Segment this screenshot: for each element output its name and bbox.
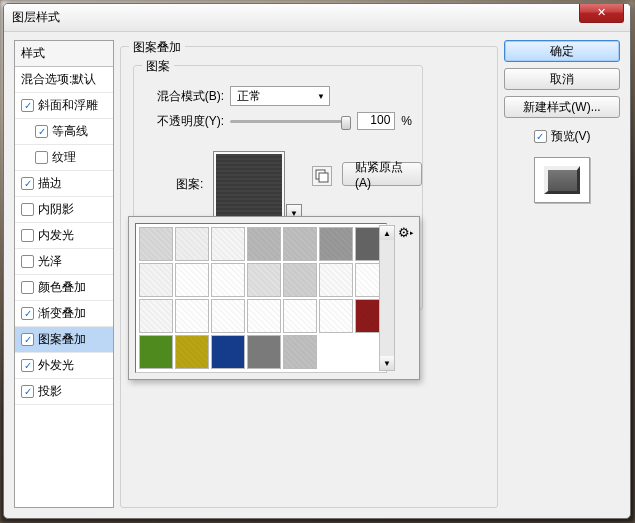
pattern-swatch[interactable]: [247, 335, 281, 369]
group-pattern-overlay: 图案叠加 图案 混合模式(B): 正常 ▼ 不透明度(Y):: [120, 46, 498, 508]
style-list: 样式 混合选项:默认斜面和浮雕等高线纹理描边内阴影内发光光泽颜色叠加渐变叠加图案…: [14, 40, 114, 508]
main-panel: 图案叠加 图案 混合模式(B): 正常 ▼ 不透明度(Y):: [120, 40, 498, 508]
pattern-swatch[interactable]: [283, 335, 317, 369]
pattern-swatch[interactable]: [283, 299, 317, 333]
style-row[interactable]: 投影: [15, 379, 113, 405]
style-row[interactable]: 图案叠加: [15, 327, 113, 353]
new-style-button[interactable]: 新建样式(W)...: [504, 96, 620, 118]
scroll-up-arrow-icon[interactable]: ▲: [380, 226, 394, 240]
style-checkbox[interactable]: [21, 177, 34, 190]
opacity-input[interactable]: 100: [357, 112, 395, 130]
style-checkbox[interactable]: [21, 359, 34, 372]
preview-checkbox-row[interactable]: 预览(V): [504, 128, 620, 145]
layer-style-dialog: 图层样式 ✕ 样式 混合选项:默认斜面和浮雕等高线纹理描边内阴影内发光光泽颜色叠…: [3, 3, 631, 519]
group-pattern: 图案 混合模式(B): 正常 ▼ 不透明度(Y):: [133, 65, 423, 310]
style-row[interactable]: 纹理: [15, 145, 113, 171]
style-checkbox[interactable]: [21, 385, 34, 398]
style-checkbox[interactable]: [21, 281, 34, 294]
right-buttons: 确定 取消 新建样式(W)... 预览(V): [504, 40, 620, 508]
cancel-button[interactable]: 取消: [504, 68, 620, 90]
style-row[interactable]: 混合选项:默认: [15, 67, 113, 93]
style-checkbox[interactable]: [21, 229, 34, 242]
style-row[interactable]: 等高线: [15, 119, 113, 145]
style-row-label: 投影: [38, 383, 62, 400]
new-preset-icon: [315, 169, 329, 183]
pattern-swatch[interactable]: [139, 227, 173, 261]
opacity-slider[interactable]: [230, 113, 351, 129]
style-row-label: 混合选项:默认: [21, 71, 96, 88]
pattern-swatch[interactable]: [139, 263, 173, 297]
style-checkbox[interactable]: [21, 333, 34, 346]
pattern-swatch[interactable]: [175, 263, 209, 297]
pattern-swatch[interactable]: [283, 227, 317, 261]
style-row-label: 外发光: [38, 357, 74, 374]
titlebar: 图层样式 ✕: [4, 4, 630, 32]
pattern-swatch[interactable]: [139, 299, 173, 333]
new-style-label: 新建样式(W)...: [523, 99, 600, 116]
pattern-swatch[interactable]: [211, 299, 245, 333]
pattern-swatch[interactable]: [319, 263, 353, 297]
style-row[interactable]: 渐变叠加: [15, 301, 113, 327]
pattern-swatch[interactable]: [175, 299, 209, 333]
style-row[interactable]: 描边: [15, 171, 113, 197]
preview-thumbnail: [534, 157, 590, 203]
pattern-swatch[interactable]: [175, 335, 209, 369]
preview-checkbox[interactable]: [534, 130, 547, 143]
pattern-label: 图案:: [176, 176, 203, 193]
picker-scrollbar[interactable]: ▲ ▼: [379, 225, 395, 371]
style-row[interactable]: 内阴影: [15, 197, 113, 223]
pattern-swatch[interactable]: [211, 335, 245, 369]
style-row-label: 描边: [38, 175, 62, 192]
ok-button[interactable]: 确定: [504, 40, 620, 62]
pattern-swatch: [319, 335, 353, 369]
style-row[interactable]: 外发光: [15, 353, 113, 379]
close-button[interactable]: ✕: [579, 3, 624, 23]
style-row-label: 斜面和浮雕: [38, 97, 98, 114]
pattern-grid: [135, 223, 387, 373]
pattern-preview[interactable]: [214, 152, 284, 222]
create-pattern-button[interactable]: [312, 166, 332, 186]
style-checkbox[interactable]: [35, 125, 48, 138]
style-row[interactable]: 斜面和浮雕: [15, 93, 113, 119]
blend-mode-value: 正常: [237, 88, 261, 105]
chevron-down-icon: ▼: [317, 92, 325, 101]
picker-menu-button[interactable]: ⚙▸: [398, 225, 414, 240]
pattern-swatch[interactable]: [319, 299, 353, 333]
style-row[interactable]: 光泽: [15, 249, 113, 275]
style-row-label: 光泽: [38, 253, 62, 270]
pattern-swatch[interactable]: [247, 227, 281, 261]
group-title: 图案叠加: [129, 39, 185, 56]
style-row-label: 等高线: [52, 123, 88, 140]
pattern-swatch[interactable]: [283, 263, 317, 297]
snap-origin-label: 贴紧原点(A): [355, 159, 409, 190]
style-row[interactable]: 颜色叠加: [15, 275, 113, 301]
gear-icon: ⚙: [398, 225, 410, 240]
style-checkbox[interactable]: [21, 99, 34, 112]
style-checkbox[interactable]: [35, 151, 48, 164]
sub-title: 图案: [142, 58, 174, 75]
pattern-swatch[interactable]: [247, 299, 281, 333]
cancel-label: 取消: [550, 71, 574, 88]
style-row-label: 内阴影: [38, 201, 74, 218]
style-row-label: 图案叠加: [38, 331, 86, 348]
pattern-swatch[interactable]: [139, 335, 173, 369]
pattern-swatch[interactable]: [211, 263, 245, 297]
preview-label: 预览(V): [551, 128, 591, 145]
pattern-swatch[interactable]: [319, 227, 353, 261]
opacity-unit: %: [401, 114, 412, 128]
style-row-label: 内发光: [38, 227, 74, 244]
scroll-down-arrow-icon[interactable]: ▼: [380, 356, 394, 370]
style-checkbox[interactable]: [21, 255, 34, 268]
style-checkbox[interactable]: [21, 203, 34, 216]
slider-thumb[interactable]: [341, 116, 351, 130]
pattern-swatch[interactable]: [175, 227, 209, 261]
preview-swatch: [544, 166, 580, 194]
pattern-swatch[interactable]: [211, 227, 245, 261]
blend-mode-select[interactable]: 正常 ▼: [230, 86, 330, 106]
style-checkbox[interactable]: [21, 307, 34, 320]
snap-origin-button[interactable]: 贴紧原点(A): [342, 162, 422, 186]
style-row[interactable]: 内发光: [15, 223, 113, 249]
pattern-swatch[interactable]: [247, 263, 281, 297]
blend-mode-label: 混合模式(B):: [144, 88, 224, 105]
close-icon: ✕: [597, 6, 606, 19]
